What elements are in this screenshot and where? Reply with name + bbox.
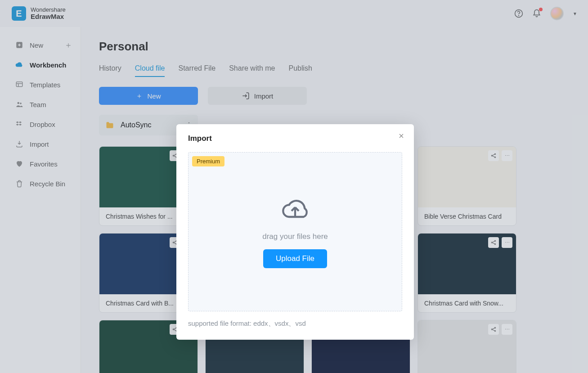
premium-badge: Premium	[192, 156, 224, 166]
drop-text: drag your files here	[262, 232, 328, 241]
format-note: supported file format: eddx、vsdx、vsd	[188, 319, 402, 328]
upload-file-button[interactable]: Upload File	[263, 249, 327, 268]
close-icon[interactable]	[398, 132, 405, 139]
drop-zone[interactable]: Premium drag your files here Upload File	[188, 152, 402, 311]
cloud-upload-icon	[278, 195, 313, 224]
import-modal: Import Premium drag your files here Uplo…	[176, 124, 414, 340]
modal-title: Import	[188, 134, 402, 143]
